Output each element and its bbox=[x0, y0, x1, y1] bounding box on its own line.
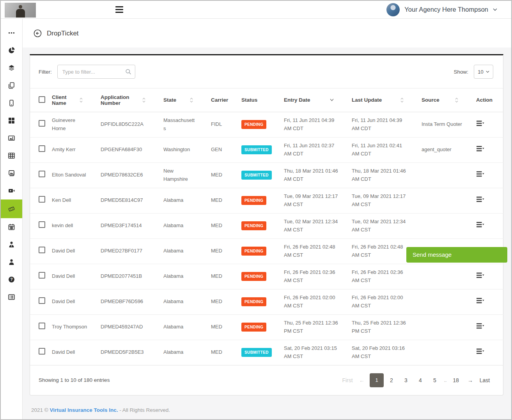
cell-entry-date: Fri, 26 Feb 2021 02:36 AM CST bbox=[284, 264, 352, 289]
page-item[interactable]: 18 bbox=[449, 373, 462, 387]
dropticket-card: Filter: Show: 10 bbox=[30, 54, 503, 395]
sidebar-item-agents[interactable] bbox=[1, 236, 22, 253]
row-action-menu[interactable] bbox=[476, 196, 484, 202]
row-checkbox[interactable] bbox=[39, 120, 45, 127]
sidebar-item-copy[interactable] bbox=[1, 77, 22, 94]
row-action-menu[interactable] bbox=[476, 222, 484, 228]
action-menu-icon bbox=[476, 146, 484, 152]
row-checkbox[interactable] bbox=[39, 171, 45, 177]
table-row: Amity KerrDPGENFA684F30WashingtonGENSUBM… bbox=[30, 137, 503, 162]
sort-icon[interactable] bbox=[142, 97, 145, 103]
cell-application-number: DPMEDBF76D596 bbox=[101, 289, 163, 314]
ticket-icon bbox=[8, 206, 15, 212]
sort-icon[interactable] bbox=[80, 97, 83, 103]
back-circle-icon[interactable] bbox=[34, 29, 42, 37]
status-badge: PENDING bbox=[241, 196, 266, 205]
page-item[interactable]: 3 bbox=[399, 373, 413, 387]
table-row: David DellDPMEDBF76D596AlabamaMEDPENDING… bbox=[30, 289, 503, 314]
menu-toggle-icon[interactable] bbox=[115, 6, 123, 13]
row-checkbox[interactable] bbox=[39, 272, 45, 279]
table-body: Guinevere HorneDPFIDL8D5C222AMassachuset… bbox=[30, 112, 503, 365]
col-source[interactable]: Source bbox=[422, 97, 439, 103]
cell-client-name: David Dell bbox=[52, 238, 101, 264]
action-menu-icon bbox=[476, 323, 484, 329]
cell-entry-date: Sat, 20 Feb 2021 03:15 AM CST bbox=[284, 340, 352, 365]
page-item: First bbox=[341, 373, 354, 387]
page-item[interactable]: → bbox=[464, 373, 477, 387]
col-last-update[interactable]: Last Update bbox=[352, 97, 382, 103]
status-badge: PENDING bbox=[241, 120, 266, 129]
page-item[interactable]: 5 bbox=[428, 373, 441, 387]
row-checkbox[interactable] bbox=[39, 348, 45, 355]
sidebar-item-clients[interactable] bbox=[1, 253, 22, 271]
entries-summary: Showing 1 to 10 of 180 entries bbox=[39, 377, 110, 383]
show-label: Show: bbox=[454, 69, 468, 75]
sort-desc-icon[interactable] bbox=[330, 99, 334, 101]
sidebar-item-forms[interactable] bbox=[1, 288, 22, 306]
cell-carrier: MED bbox=[211, 213, 241, 238]
site-footer: 2021 © Virtual Insurance Tools Inc. - Al… bbox=[31, 407, 503, 413]
footer-year: 2021 © bbox=[31, 407, 48, 413]
row-checkbox[interactable] bbox=[39, 297, 45, 304]
row-action-menu[interactable] bbox=[476, 171, 484, 177]
row-checkbox[interactable] bbox=[39, 196, 45, 203]
table-row: Elton SandovalDPMED78632CE6New Hampshire… bbox=[30, 162, 503, 188]
show-select[interactable]: 10 bbox=[474, 65, 493, 79]
user-menu[interactable]: Your Agency Here Thompson bbox=[386, 3, 497, 16]
row-action-menu[interactable] bbox=[476, 323, 484, 329]
sidebar-item-table[interactable] bbox=[1, 147, 22, 164]
row-action-menu[interactable] bbox=[476, 272, 484, 278]
row-action-menu[interactable] bbox=[476, 298, 484, 304]
row-checkbox[interactable] bbox=[39, 323, 45, 329]
cell-state: Alabama bbox=[163, 213, 211, 238]
cell-entry-date: Tue, 09 Mar 2021 12:17 AM CST bbox=[284, 188, 352, 213]
cell-client-name: Ken Dell bbox=[52, 188, 101, 213]
page-item[interactable]: 4 bbox=[414, 373, 427, 387]
sidebar-item-mobile[interactable] bbox=[1, 94, 22, 112]
sidebar-item-layers[interactable] bbox=[1, 59, 22, 77]
row-action-menu[interactable] bbox=[476, 348, 484, 354]
cell-application-number: DPMEDD5F2B5E3 bbox=[101, 340, 163, 365]
page-current[interactable]: 1 bbox=[370, 373, 384, 387]
cell-last-update: Sat, 20 Feb 2021 03:16 AM CST bbox=[352, 340, 422, 365]
status-badge: SUBMITTED bbox=[241, 171, 272, 180]
sort-icon[interactable] bbox=[190, 97, 193, 103]
sidebar-item-dropticket[interactable] bbox=[1, 199, 22, 218]
footer-company-link[interactable]: Virtual Insurance Tools Inc. bbox=[50, 407, 118, 413]
row-action-menu[interactable] bbox=[476, 120, 484, 126]
filter-input[interactable] bbox=[57, 65, 135, 79]
cell-client-name: David Dell bbox=[52, 264, 101, 289]
col-state[interactable]: State bbox=[163, 97, 176, 103]
row-action-menu[interactable] bbox=[476, 146, 484, 152]
row-checkbox[interactable] bbox=[39, 221, 45, 228]
action-menu-icon bbox=[476, 120, 484, 126]
sidebar-item-reports[interactable] bbox=[1, 42, 22, 59]
cell-source: Insta Term Quoter bbox=[422, 112, 476, 137]
row-checkbox[interactable] bbox=[39, 247, 45, 253]
sort-icon[interactable] bbox=[455, 97, 458, 103]
sort-icon[interactable] bbox=[400, 97, 404, 103]
select-all-checkbox[interactable] bbox=[39, 96, 45, 103]
dropticket-table: Client Name Application Number State Car… bbox=[30, 88, 503, 365]
sidebar-item-gallery[interactable] bbox=[1, 164, 22, 182]
sidebar-item-more[interactable] bbox=[1, 24, 22, 42]
row-checkbox[interactable] bbox=[39, 145, 45, 152]
page-item[interactable]: 2 bbox=[385, 373, 398, 387]
cell-entry-date: Tue, 02 Mar 2021 12:34 AM CST bbox=[284, 213, 352, 238]
cell-state: Washington bbox=[163, 137, 211, 162]
brand-logo-photo[interactable] bbox=[5, 3, 36, 18]
col-application-number[interactable]: Application Number bbox=[101, 94, 136, 106]
sidebar-item-help[interactable]: ? bbox=[1, 271, 22, 288]
cell-state: Alabama bbox=[163, 264, 211, 289]
cell-client-name: Amity Kerr bbox=[52, 137, 101, 162]
send-message-toast[interactable]: Send message bbox=[406, 247, 507, 263]
col-client-name[interactable]: Client Name bbox=[52, 94, 76, 106]
sidebar-item-calendar[interactable] bbox=[1, 218, 22, 236]
col-entry-date[interactable]: Entry Date bbox=[284, 97, 310, 103]
sidebar-item-media[interactable] bbox=[1, 129, 22, 147]
col-action: Action bbox=[476, 97, 493, 103]
user-icon bbox=[8, 259, 15, 265]
sidebar-item-video[interactable] bbox=[1, 182, 22, 199]
page-item[interactable]: Last bbox=[478, 373, 491, 387]
sidebar-item-dashboard[interactable] bbox=[1, 112, 22, 129]
